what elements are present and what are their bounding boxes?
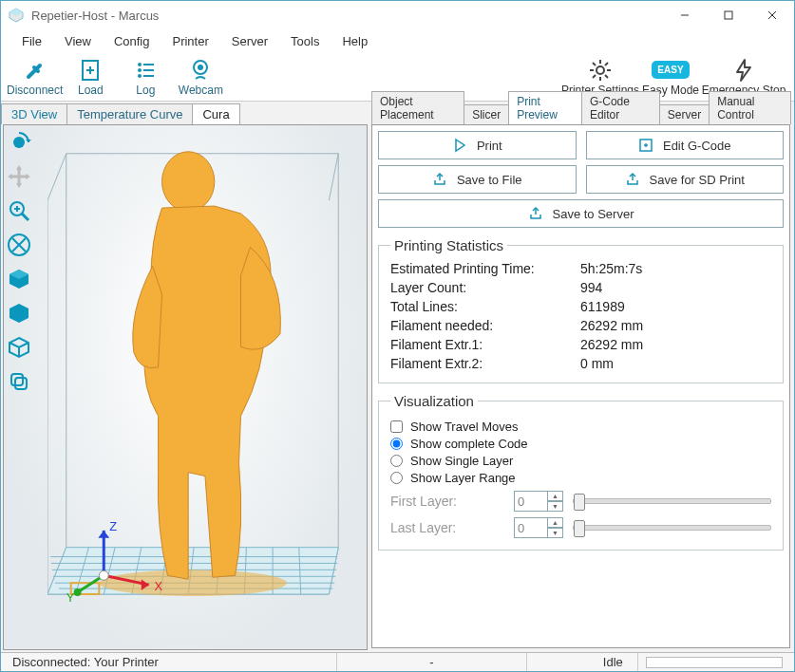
- load-button[interactable]: Load: [63, 52, 118, 102]
- stat-value: 5h:25m:7s: [580, 261, 771, 276]
- menubar: File View Config Printer Server Tools He…: [1, 29, 794, 52]
- gear-icon: [588, 57, 613, 84]
- export-icon: [432, 172, 447, 187]
- visualization: Visualization Show Travel Moves Show com…: [378, 393, 784, 551]
- viewport-toolbar: [6, 129, 32, 395]
- tab-temperature-curve[interactable]: Temperature Curve: [66, 103, 193, 124]
- app-icon: [9, 8, 24, 23]
- svg-marker-30: [16, 183, 22, 188]
- orbit-icon[interactable]: [6, 129, 32, 156]
- easy-icon: EASY: [652, 57, 689, 84]
- show-travel-moves[interactable]: Show Travel Moves: [390, 420, 771, 434]
- save-for-sd-button[interactable]: Save for SD Print: [586, 165, 785, 194]
- menu-tools[interactable]: Tools: [279, 32, 331, 50]
- tab-object-placement[interactable]: Object Placement: [371, 91, 464, 124]
- tab-gcode-editor[interactable]: G-Code Editor: [581, 91, 660, 124]
- iso-view-icon[interactable]: [6, 266, 32, 292]
- right-tabs: Object Placement Slicer Print Preview G-…: [371, 102, 790, 124]
- left-tabs: 3D View Temperature Curve Cura: [1, 102, 369, 124]
- svg-text:Y: Y: [66, 590, 75, 605]
- print-button[interactable]: Print: [378, 131, 577, 159]
- mode-range[interactable]: Show Layer Range: [390, 471, 771, 485]
- log-icon: [133, 57, 158, 84]
- stat-label: Filament Extr.1:: [390, 337, 580, 352]
- svg-point-65: [162, 152, 215, 212]
- svg-point-17: [596, 66, 604, 74]
- svg-text:Z: Z: [109, 519, 117, 533]
- close-button[interactable]: [750, 1, 794, 29]
- menu-file[interactable]: File: [10, 32, 53, 50]
- last-layer-spinner[interactable]: ▲▼: [514, 517, 563, 538]
- disconnect-button[interactable]: Disconnect: [7, 52, 63, 102]
- save-to-file-button[interactable]: Save to File: [378, 165, 577, 194]
- fit-icon[interactable]: [6, 232, 32, 258]
- svg-rect-45: [15, 378, 27, 389]
- mode-complete[interactable]: Show complete Code: [390, 437, 771, 451]
- svg-marker-26: [737, 60, 750, 81]
- mode-complete-radio[interactable]: [390, 438, 403, 450]
- svg-point-9: [138, 63, 142, 66]
- mode-range-radio[interactable]: [390, 472, 403, 484]
- tab-server[interactable]: Server: [659, 104, 710, 124]
- app-window: Repetier-Host - Marcus File View Config …: [0, 0, 795, 672]
- solid-view-icon[interactable]: [6, 300, 32, 327]
- last-layer-row: Last Layer: ▲▼: [390, 517, 771, 538]
- zoom-icon[interactable]: [6, 197, 32, 224]
- svg-point-11: [138, 68, 142, 72]
- menu-view[interactable]: View: [53, 32, 103, 50]
- log-button[interactable]: Log: [118, 52, 173, 102]
- minimize-button[interactable]: [663, 1, 707, 29]
- webcam-button[interactable]: Webcam: [173, 52, 228, 102]
- slider-thumb[interactable]: [574, 520, 585, 537]
- tab-print-preview[interactable]: Print Preview: [508, 91, 582, 124]
- stat-label: Total Lines:: [390, 299, 580, 314]
- menu-server[interactable]: Server: [220, 32, 279, 50]
- spin-down-icon[interactable]: ▼: [547, 528, 563, 538]
- show-travel-checkbox[interactable]: [390, 420, 403, 433]
- tab-3d-view[interactable]: 3D View: [1, 103, 67, 124]
- tab-cura[interactable]: Cura: [192, 103, 239, 124]
- status-progress: [638, 653, 790, 671]
- menu-config[interactable]: Config: [103, 32, 161, 50]
- export-icon: [528, 206, 543, 221]
- save-to-server-button[interactable]: Save to Server: [378, 199, 784, 228]
- mode-single-radio[interactable]: [390, 455, 403, 467]
- 3d-viewport[interactable]: X Y Z: [3, 124, 368, 650]
- last-layer-input[interactable]: [514, 517, 548, 538]
- stat-value: 0 mm: [580, 356, 771, 371]
- slider-thumb[interactable]: [574, 494, 585, 511]
- pan-icon[interactable]: [6, 163, 32, 190]
- right-body: Print Edit G-Code Save to File Save for …: [371, 124, 790, 648]
- svg-point-16: [198, 65, 203, 70]
- svg-line-23: [605, 75, 608, 78]
- svg-text:X: X: [155, 579, 163, 593]
- first-layer-input[interactable]: [514, 491, 548, 512]
- svg-marker-28: [26, 140, 31, 142]
- layers-icon[interactable]: [6, 368, 32, 395]
- mode-single[interactable]: Show Single Layer: [390, 454, 771, 468]
- plug-icon: [23, 57, 47, 84]
- tab-slicer[interactable]: Slicer: [464, 104, 509, 124]
- spin-up-icon[interactable]: ▲: [547, 491, 563, 501]
- tab-manual-control[interactable]: Manual Control: [709, 91, 791, 124]
- stat-label: Estimated Printing Time:: [390, 261, 580, 276]
- svg-marker-76: [456, 140, 464, 151]
- svg-point-13: [138, 74, 142, 78]
- stat-value: 26292 mm: [580, 318, 771, 333]
- svg-marker-32: [26, 174, 30, 179]
- status-connection: Disconnected: Your Printer: [5, 653, 337, 671]
- menu-help[interactable]: Help: [331, 32, 379, 50]
- edit-gcode-button[interactable]: Edit G-Code: [586, 131, 785, 159]
- svg-marker-31: [8, 174, 12, 179]
- wire-view-icon[interactable]: [6, 334, 32, 361]
- menu-printer[interactable]: Printer: [161, 32, 219, 50]
- maximize-button[interactable]: [707, 1, 750, 29]
- first-layer-spinner[interactable]: ▲▼: [514, 491, 563, 512]
- status-idle: Idle: [527, 653, 638, 671]
- spin-up-icon[interactable]: ▲: [547, 517, 563, 528]
- status-mid: -: [337, 653, 527, 671]
- last-layer-slider[interactable]: [573, 525, 771, 531]
- first-layer-slider[interactable]: [573, 498, 771, 504]
- spin-down-icon[interactable]: ▼: [547, 501, 563, 512]
- svg-point-69: [74, 588, 82, 596]
